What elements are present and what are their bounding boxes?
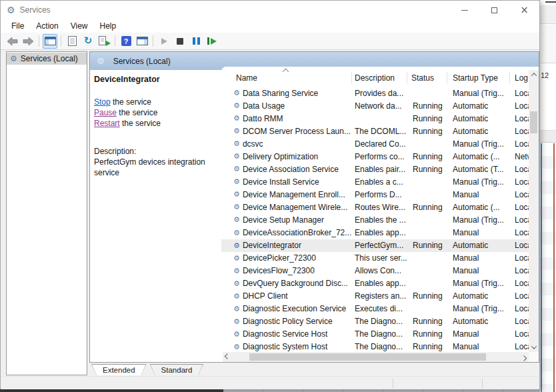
table-row[interactable]: ⚙ Device Install Service Enables a c... … [221, 175, 529, 188]
export-list-button[interactable] [97, 34, 111, 49]
vertical-scrollbar[interactable] [529, 70, 539, 352]
service-name-text: Diagnostic Execution Service [243, 304, 346, 313]
pause-service-button[interactable] [189, 34, 203, 49]
pause-link-line: Pause the service [94, 107, 161, 118]
table-row[interactable]: ⚙ DeviceAssociationBroker_72... Enables … [221, 227, 529, 239]
service-gear-icon: ⚙ [233, 140, 240, 147]
horizontal-scrollbar[interactable] [223, 352, 529, 362]
caption-buttons: × [449, 1, 539, 19]
service-name-text: Device Install Service [243, 177, 319, 187]
table-row[interactable]: ⚙ Device Management Wirele... Routes Wir… [221, 201, 529, 213]
stop-service-link[interactable]: Stop [94, 97, 111, 107]
table-row[interactable]: ⚙ Datto RMM Running Automatic Loca [221, 112, 529, 125]
services-gear-icon: ⚙ [97, 57, 105, 65]
table-row[interactable]: ⚙ Data Sharing Service Provides da... Ma… [221, 87, 529, 99]
cell-name: ⚙ DHCP Client [221, 291, 353, 301]
service-gear-icon: ⚙ [233, 127, 240, 135]
cell-log-on-as: Loca [511, 241, 529, 250]
table-row[interactable]: ⚙ Diagnostic Execution Service Executes … [221, 303, 529, 315]
tab-extended[interactable]: Extended [91, 364, 147, 375]
table-row[interactable]: ⚙ DHCP Client Registers an... Running Au… [221, 290, 529, 303]
scroll-down-button[interactable] [529, 343, 539, 352]
cell-description: The DCOML... [353, 127, 409, 136]
column-divider[interactable] [447, 72, 447, 84]
minimize-button[interactable] [449, 1, 479, 19]
column-header-name[interactable]: Name [236, 73, 257, 83]
cell-name: ⚙ Device Install Service [221, 177, 353, 187]
service-gear-icon: ⚙ [233, 165, 240, 173]
scrollbar-corner [529, 352, 539, 362]
chevron-right-icon [521, 355, 527, 361]
table-row[interactable]: ⚙ Diagnostic Policy Service The Diagno..… [221, 315, 529, 328]
table-row[interactable]: ⚙ Device Setup Manager Enables the ... M… [221, 213, 529, 226]
help-button[interactable]: ? [119, 34, 133, 49]
table-row[interactable]: ⚙ DCOM Server Process Laun... The DCOML.… [221, 125, 529, 137]
cell-name: ⚙ Diagnostic System Host [221, 342, 353, 351]
column-divider[interactable] [509, 72, 510, 84]
scroll-up-button[interactable] [529, 70, 539, 79]
back-button[interactable] [5, 34, 19, 49]
description-text: PerfectGym devices integration service [94, 157, 213, 178]
cell-status: Running [409, 165, 448, 174]
table-row[interactable]: ⚙ Delivery Optimization Performs co... R… [221, 150, 529, 163]
stop-service-button[interactable] [173, 34, 187, 49]
column-divider[interactable] [407, 72, 407, 84]
tab-extended-label: Extended [92, 365, 146, 375]
restart-service-link[interactable]: Restart [94, 119, 120, 128]
cell-description: Enables app... [353, 279, 409, 288]
pause-service-link[interactable]: Pause [94, 108, 117, 117]
cell-description: Executes di... [353, 304, 409, 313]
table-row[interactable]: ⚙ Device Management Enroll... Performs D… [221, 188, 529, 201]
table-row[interactable]: ⚙ dcsvc Declared Co... Manual (Trig... L… [221, 137, 529, 150]
forward-button[interactable] [21, 34, 35, 49]
service-name-text: DeviceAssociationBroker_72... [243, 228, 351, 237]
table-row[interactable]: ⚙ Diagnostic Service Host The Diagno... … [221, 328, 529, 341]
table-row[interactable]: ⚙ DevicePicker_72300 This user ser... Ma… [221, 252, 529, 265]
service-gear-icon: ⚙ [233, 153, 240, 160]
table-row[interactable]: ⚙ Data Usage Network da... Running Autom… [221, 99, 529, 112]
menu-view[interactable]: View [65, 19, 94, 33]
table-row[interactable]: ⚙ Diagnostic System Host The Diagno... R… [221, 341, 529, 352]
column-header-description[interactable]: Description [355, 73, 395, 83]
column-divider[interactable] [351, 72, 352, 84]
cell-log-on-as: Loca [511, 177, 529, 187]
service-name-text: Datto RMM [243, 114, 283, 123]
show-console-tree-button[interactable] [43, 34, 57, 49]
service-name-text: Delivery Optimization [243, 152, 318, 161]
show-action-pane-button[interactable] [135, 34, 149, 49]
maximize-button[interactable] [479, 1, 509, 19]
sort-ascending-icon [283, 69, 289, 75]
menu-file[interactable]: File [5, 19, 30, 33]
menu-action[interactable]: Action [30, 19, 64, 33]
table-row[interactable]: ⚙ DevQuery Background Disc... Enables ap… [221, 277, 529, 290]
service-gear-icon: ⚙ [233, 115, 240, 122]
scroll-right-button[interactable] [519, 352, 529, 362]
tab-standard[interactable]: Standard [150, 364, 204, 375]
menu-help[interactable]: Help [94, 19, 123, 33]
scroll-left-button[interactable] [223, 352, 232, 362]
service-gear-icon: ⚙ [233, 89, 240, 97]
cell-name: ⚙ DevicePicker_72300 [221, 253, 353, 263]
table-row[interactable]: ⚙ DeviceIntegrator PerfectGym... Running… [221, 239, 529, 252]
close-button[interactable]: × [509, 1, 539, 19]
cell-log-on-as: Loca [511, 304, 529, 313]
title-bar[interactable]: ⚙ Services × [1, 1, 539, 19]
restart-service-button[interactable] [205, 34, 219, 49]
vertical-scroll-thumb[interactable] [530, 111, 537, 133]
column-header-startup-type[interactable]: Startup Type [453, 73, 498, 83]
column-header-log-on-as[interactable]: Log [515, 73, 528, 83]
help-icon: ? [121, 36, 131, 46]
table-row[interactable]: ⚙ Device Association Service Enables pai… [221, 163, 529, 175]
refresh-button[interactable]: ↻ [81, 34, 95, 49]
background-window-toolbar-strip [539, 5, 556, 24]
chevron-up-icon [531, 73, 536, 78]
cell-startup-type: Manual (Trig... [448, 279, 511, 288]
column-header-status[interactable]: Status [411, 73, 434, 83]
table-row[interactable]: ⚙ DevicesFlow_72300 Allows Con... Manual… [221, 265, 529, 277]
horizontal-scroll-thumb[interactable] [249, 353, 486, 361]
cell-log-on-as: Loca [511, 215, 529, 225]
properties-button[interactable] [65, 34, 79, 49]
tree-item-services-local[interactable]: ⚙ Services (Local) [7, 53, 87, 65]
start-service-button[interactable] [157, 34, 171, 49]
cell-name: ⚙ DeviceIntegrator [221, 241, 353, 250]
